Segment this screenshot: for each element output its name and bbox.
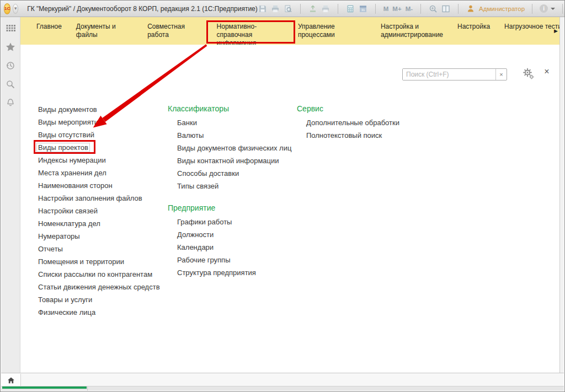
- settings-gear-icon[interactable]: [523, 68, 535, 80]
- menu-item[interactable]: Виды мероприятий: [38, 116, 160, 128]
- section-klassifikatory: Классификаторы БанкиВалютыВиды документо…: [168, 103, 291, 192]
- window-title: ГК "Меркурий" / Документооборот 8 КОРП, …: [27, 5, 258, 13]
- menu-item[interactable]: Настройки связей: [38, 205, 160, 217]
- divider: [375, 4, 376, 14]
- menu-item[interactable]: Дополнительные обработки: [306, 116, 399, 129]
- menu-item[interactable]: Должности: [177, 228, 291, 241]
- tab-nagruzochnoe[interactable]: Нагрузочное тести: [497, 23, 559, 31]
- search-icon[interactable]: [5, 79, 16, 90]
- menu-item[interactable]: Виды контактной информации: [177, 154, 291, 167]
- menu-column-middle: Классификаторы БанкиВалютыВиды документо…: [168, 103, 291, 279]
- app-window: 1С ▼ ГК "Меркурий" / Документооборот 8 К…: [0, 0, 565, 392]
- menu-item[interactable]: Статьи движения денежных средств: [38, 281, 160, 293]
- chevron-down-icon[interactable]: [551, 8, 555, 12]
- divider: [420, 4, 421, 14]
- tab-nastroika-i-administrirovanie[interactable]: Настройка и администрирование: [374, 23, 450, 39]
- home-icon: [7, 376, 15, 385]
- section-menu-panel: × × Виды документовВиды мероприятийВиды …: [20, 45, 559, 373]
- menu-item[interactable]: Валюты: [177, 129, 291, 142]
- send-icon[interactable]: [308, 4, 318, 14]
- menu-column-left: Виды документовВиды мероприятийВиды отсу…: [38, 103, 160, 319]
- menu-item[interactable]: Виды документов физических лиц: [177, 142, 291, 154]
- menu-item[interactable]: Настройки заполнения файлов: [38, 192, 160, 205]
- menu-item[interactable]: Наименования сторон: [38, 179, 160, 192]
- memory-add-button[interactable]: M+: [392, 6, 402, 12]
- section-predpriyatie: Предприятие Графики работыДолжностиКален…: [168, 202, 291, 279]
- menu-item[interactable]: Физические лица: [38, 306, 160, 319]
- divider: [458, 4, 459, 14]
- menu-item[interactable]: Банки: [177, 116, 291, 129]
- menu-item[interactable]: Способы доставки: [177, 167, 291, 180]
- section-servis: Сервис Дополнительные обработкиПолнотекс…: [297, 103, 399, 142]
- calendar-icon[interactable]: 31: [358, 4, 368, 14]
- menu-item[interactable]: Графики работы: [177, 216, 291, 228]
- menu-item[interactable]: Товары и услуги: [38, 293, 160, 306]
- notifications-bell-icon[interactable]: [5, 98, 16, 109]
- section-title: Сервис: [297, 103, 399, 114]
- home-tab[interactable]: [2, 374, 21, 386]
- menu-item[interactable]: Виды отсутствий: [38, 128, 160, 141]
- menu-item[interactable]: Отчеты: [38, 243, 160, 255]
- favorites-star-icon[interactable]: [5, 41, 16, 52]
- divider: [562, 4, 563, 14]
- print-preview-icon[interactable]: [283, 4, 293, 14]
- user-icon: [466, 4, 476, 14]
- divider: [532, 4, 532, 14]
- section-title: Классификаторы: [168, 103, 291, 114]
- highlighted-item-label: Виды проектов: [36, 143, 90, 152]
- menu-column-right: Сервис Дополнительные обработкиПолнотекс…: [297, 103, 399, 142]
- taskbar: [1, 373, 564, 391]
- title-bar: 1С ▼ ГК "Меркурий" / Документооборот 8 К…: [1, 1, 564, 17]
- history-clock-icon[interactable]: [5, 60, 16, 71]
- memory-subtract-button[interactable]: M-: [405, 6, 413, 12]
- menu-item[interactable]: Места хранения дел: [38, 167, 160, 179]
- divider: [87, 386, 88, 391]
- panel-close-icon[interactable]: ×: [542, 67, 551, 77]
- section-title: Предприятие: [168, 202, 291, 213]
- info-icon[interactable]: i: [540, 4, 548, 13]
- sections-grid-icon[interactable]: [5, 23, 16, 34]
- svg-text:31: 31: [361, 8, 365, 11]
- split-window-icon[interactable]: [441, 4, 451, 14]
- search-input[interactable]: [403, 69, 495, 80]
- memory-store-button[interactable]: M: [383, 6, 390, 12]
- current-user-label[interactable]: Администратор: [479, 6, 525, 12]
- menu-item-vidy-proektov[interactable]: Виды проектов: [38, 141, 160, 154]
- menu-item[interactable]: Номенклатура дел: [38, 217, 160, 230]
- menu-item[interactable]: Календари: [177, 241, 291, 254]
- tab-upravlenie-processami[interactable]: Управление процессами: [291, 23, 374, 39]
- menu-item[interactable]: Структура предприятия: [177, 266, 291, 279]
- tab-sovmestnaya-rabota[interactable]: Совместная работа: [140, 23, 209, 39]
- tabs-overflow-arrow[interactable]: ▶: [554, 28, 558, 34]
- active-window-indicator: [2, 386, 87, 389]
- menu-item[interactable]: Нумераторы: [38, 230, 160, 243]
- main-menu-button[interactable]: ▼: [13, 4, 18, 14]
- menu-item[interactable]: Виды документов: [38, 103, 160, 116]
- zoom-icon[interactable]: [428, 4, 438, 14]
- tool-sidebar: [1, 17, 20, 373]
- menu-item[interactable]: Индексы нумерации: [38, 154, 160, 167]
- window-frame-right: [559, 17, 564, 373]
- divider: [300, 4, 301, 14]
- menu-item[interactable]: Полнотекстовый поиск: [306, 129, 399, 142]
- menu-item[interactable]: Списки рассылки по контрагентам: [38, 268, 160, 281]
- calculator-icon[interactable]: [345, 4, 355, 14]
- tab-glavnoe[interactable]: Главное: [29, 23, 69, 31]
- print-file-icon[interactable]: [321, 4, 331, 14]
- tab-normativno-spravochnaya[interactable]: Нормативно-справочная информация: [210, 23, 291, 47]
- search-box: ×: [402, 68, 507, 80]
- section-tab-bar: Главное Документы и файлы Совместная раб…: [20, 17, 559, 45]
- tab-nastroika[interactable]: Настройка: [450, 23, 497, 31]
- 1c-logo-icon: 1С: [4, 3, 10, 14]
- menu-item[interactable]: Рабочие группы: [177, 254, 291, 266]
- menu-item[interactable]: Помещения и территории: [38, 255, 160, 268]
- save-icon[interactable]: [258, 4, 268, 14]
- print-icon[interactable]: [270, 4, 280, 14]
- search-clear-button[interactable]: ×: [495, 69, 507, 80]
- main-area: Главное Документы и файлы Совместная раб…: [20, 17, 559, 373]
- divider: [338, 4, 338, 14]
- tab-dokumenty-i-faily[interactable]: Документы и файлы: [69, 23, 140, 39]
- menu-item[interactable]: Типы связей: [177, 180, 291, 192]
